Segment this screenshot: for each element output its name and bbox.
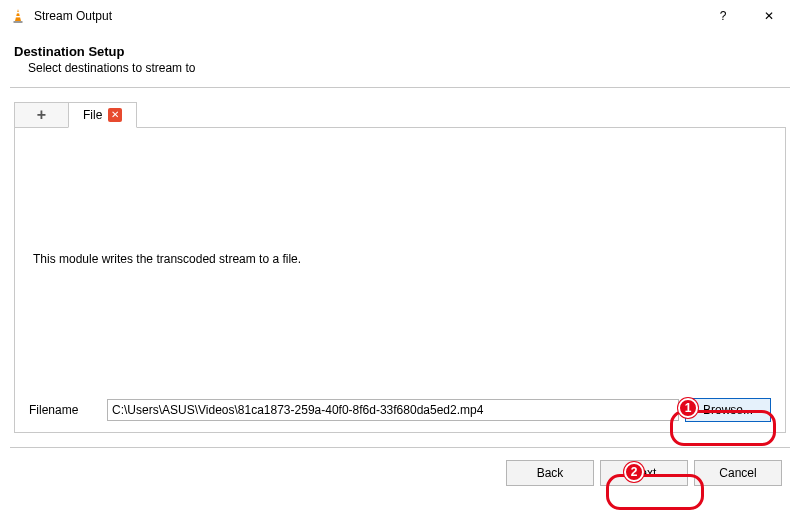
vlc-cone-icon (10, 8, 26, 24)
help-icon: ? (720, 9, 727, 23)
help-button[interactable]: ? (700, 0, 746, 32)
filename-row: Filename Browse... (29, 398, 771, 422)
add-destination-tab[interactable]: + (14, 102, 68, 128)
plus-icon: + (37, 106, 46, 124)
destinations-panel: + File ✕ This module writes the transcod… (0, 88, 800, 433)
svg-rect-2 (16, 16, 21, 17)
svg-rect-1 (16, 12, 20, 13)
filename-label: Filename (29, 403, 107, 417)
svg-rect-3 (14, 21, 23, 23)
close-icon: ✕ (111, 110, 119, 120)
browse-button[interactable]: Browse... (685, 398, 771, 422)
wizard-footer: Back Next Cancel (0, 448, 800, 496)
tabstrip: + File ✕ (14, 102, 786, 128)
tab-file-label: File (83, 108, 102, 122)
cancel-button[interactable]: Cancel (694, 460, 782, 486)
wizard-header: Destination Setup Select destinations to… (0, 32, 800, 81)
titlebar: Stream Output ? ✕ (0, 0, 800, 32)
window-title: Stream Output (34, 9, 112, 23)
close-icon: ✕ (764, 9, 774, 23)
svg-marker-0 (15, 9, 21, 21)
next-button[interactable]: Next (600, 460, 688, 486)
back-button[interactable]: Back (506, 460, 594, 486)
module-description: This module writes the transcoded stream… (33, 252, 301, 266)
tab-close-button[interactable]: ✕ (108, 108, 122, 122)
close-button[interactable]: ✕ (746, 0, 792, 32)
wizard-subtitle: Select destinations to stream to (14, 61, 786, 75)
filename-input[interactable] (107, 399, 679, 421)
tab-file[interactable]: File ✕ (68, 102, 137, 128)
tab-body: This module writes the transcoded stream… (14, 127, 786, 433)
wizard-title: Destination Setup (14, 44, 786, 59)
